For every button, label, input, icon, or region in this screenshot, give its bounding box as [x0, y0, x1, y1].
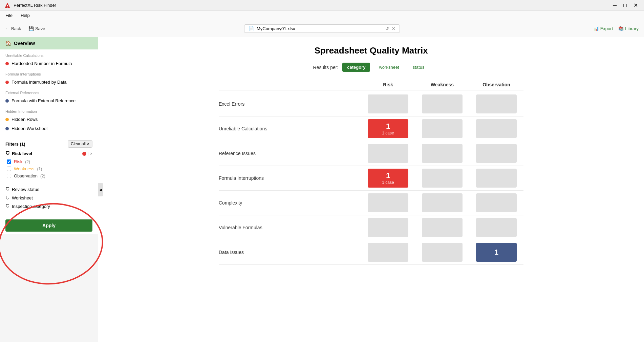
filter-inspection-category[interactable]: ⛉ Inspection category [5, 202, 92, 211]
matrix-row-unreliable: Unreliable Calculations 1 1 case [219, 116, 523, 141]
sidebar-item-hidden-rows-label: Hidden Rows [12, 117, 38, 122]
filter-option-weakness-label: Weakness [14, 166, 34, 171]
titlebar: PerfectXL Risk Finder ─ □ ✕ [0, 0, 644, 11]
titlebar-left: PerfectXL Risk Finder [4, 2, 56, 9]
cell-vulnerable-observation[interactable] [469, 215, 523, 240]
clear-all-button[interactable]: Clear all × [68, 140, 92, 148]
unreliable-risk-number: 1 [386, 122, 390, 131]
dot-blue-icon-2 [5, 127, 9, 130]
cell-box [368, 218, 408, 237]
undo-icon[interactable]: ↺ [385, 26, 389, 31]
filter-weakness-checkbox[interactable] [7, 167, 11, 171]
cell-box [368, 144, 408, 163]
cell-box [368, 193, 408, 212]
cell-excel-errors-risk[interactable] [361, 92, 415, 116]
page-title: Spreadsheet Quality Matrix [112, 45, 630, 56]
cell-excel-errors-weakness[interactable] [415, 92, 469, 116]
toolbar: ← Back 💾 Save 📄 MyCompany01.xlsx ↺ ✕ 📊 E… [0, 20, 644, 37]
library-icon: 📚 [618, 26, 624, 31]
cell-vulnerable-weakness[interactable] [415, 215, 469, 240]
cell-complexity-weakness[interactable] [415, 191, 469, 215]
pipe-separator: | [88, 151, 89, 156]
filter-inspection-funnel-icon: ⛉ [5, 204, 10, 209]
filter-risk-level-label: Risk level [12, 151, 32, 156]
filter-option-weakness: Weakness (1) [5, 165, 92, 172]
filter-worksheet-label: Worksheet [12, 195, 33, 200]
toolbar-left: ← Back 💾 Save [5, 26, 45, 31]
formula-int-risk-sub: 1 case [382, 180, 394, 185]
clear-all-x-icon: × [87, 142, 89, 146]
overview-label: Overview [14, 41, 35, 46]
menu-file[interactable]: File [4, 12, 14, 19]
cell-data-issues-observation[interactable]: 1 [469, 240, 523, 264]
section-formula-interruptions: Formula Interruptions [0, 68, 98, 78]
row-formula-interruptions-label: Formula Interruptions [219, 173, 361, 184]
cell-formula-interruptions-weakness[interactable] [415, 166, 469, 190]
filter-risk-checkbox[interactable] [7, 159, 11, 164]
matrix-table: Risk Weakness Observation Excel Errors U… [219, 82, 523, 265]
row-reference-issues-label: Reference Issues [219, 148, 361, 159]
data-issues-obs-number: 1 [494, 248, 498, 257]
cell-unreliable-weakness[interactable] [415, 116, 469, 141]
filter-option-risk-label: Risk [14, 159, 22, 164]
back-button[interactable]: ← Back [5, 26, 21, 31]
cell-reference-weakness[interactable] [415, 141, 469, 166]
cell-box [368, 94, 408, 113]
sidebar-item-hidden-worksheet-label: Hidden Worksheet [12, 126, 48, 131]
filter-title: Filters (1) [5, 142, 25, 147]
sidebar-collapse-handle[interactable]: ◀ [98, 183, 103, 196]
export-button[interactable]: 📊 Export [594, 26, 613, 31]
sidebar-item-hidden-worksheet[interactable]: Hidden Worksheet [0, 124, 98, 133]
dot-blue-icon [5, 99, 9, 103]
cell-unreliable-observation[interactable] [469, 116, 523, 141]
cell-unreliable-risk[interactable]: 1 1 case [361, 116, 415, 141]
svg-rect-2 [7, 5, 8, 6]
sidebar-item-hardcoded[interactable]: Hardcoded Number in Formula [0, 59, 98, 68]
close-file-icon[interactable]: ✕ [392, 26, 395, 31]
cell-data-issues-weakness[interactable] [415, 240, 469, 264]
filter-section: Filters (1) Clear all × ⛉ Risk level [0, 136, 98, 217]
sidebar-overview[interactable]: 🏠 Overview [0, 37, 98, 49]
cell-excel-errors-observation[interactable] [469, 92, 523, 116]
results-per-row: Results per: category worksheet status [112, 63, 630, 72]
results-category-button[interactable]: category [342, 63, 370, 72]
cell-complexity-observation[interactable] [469, 191, 523, 215]
close-button[interactable]: ✕ [631, 1, 640, 9]
apply-button[interactable]: Apply [5, 219, 92, 232]
results-status-button[interactable]: status [408, 63, 429, 72]
cell-reference-observation[interactable] [469, 141, 523, 166]
filter-worksheet[interactable]: ⛉ Worksheet [5, 194, 92, 202]
dot-orange-icon [5, 118, 9, 121]
results-per-label: Results per: [313, 65, 339, 70]
cell-box [422, 144, 463, 163]
results-worksheet-button[interactable]: worksheet [374, 63, 404, 72]
filename-actions[interactable]: ↺ ✕ [385, 26, 395, 31]
cell-complexity-risk[interactable] [361, 191, 415, 215]
maximize-button[interactable]: □ [621, 1, 629, 9]
filter-observation-count: (2) [40, 174, 45, 178]
sidebar-item-hidden-rows[interactable]: Hidden Rows [0, 115, 98, 124]
cell-box [476, 119, 517, 138]
library-button[interactable]: 📚 Library [618, 26, 639, 31]
dot-red-icon [5, 62, 9, 65]
cell-vulnerable-risk[interactable] [361, 215, 415, 240]
sidebar-item-external-ref[interactable]: Formula with External Reference [0, 96, 98, 105]
save-button[interactable]: 💾 Save [28, 26, 45, 31]
sidebar-item-formula-interrupted[interactable]: Formula Interrupted by Data [0, 78, 98, 87]
filter-risk-clear-icon[interactable]: × [90, 151, 92, 156]
cell-reference-risk[interactable] [361, 141, 415, 166]
sidebar-item-formula-interrupted-label: Formula Interrupted by Data [12, 80, 67, 85]
cell-box [422, 218, 463, 237]
section-external-refs: External References [0, 87, 98, 96]
cell-data-issues-risk[interactable] [361, 240, 415, 264]
filter-review-status[interactable]: ⛉ Review status [5, 185, 92, 194]
filename-text: MyCompany01.xlsx [257, 26, 383, 31]
menu-help[interactable]: Help [19, 12, 31, 19]
cell-formula-interruptions-observation[interactable] [469, 166, 523, 190]
filter-observation-checkbox[interactable] [7, 174, 11, 178]
cell-formula-interruptions-risk[interactable]: 1 1 case [361, 166, 415, 190]
minimize-button[interactable]: ─ [611, 1, 619, 9]
home-icon: 🏠 [5, 41, 11, 46]
filter-header: Filters (1) Clear all × [5, 140, 92, 148]
titlebar-controls[interactable]: ─ □ ✕ [611, 1, 640, 9]
